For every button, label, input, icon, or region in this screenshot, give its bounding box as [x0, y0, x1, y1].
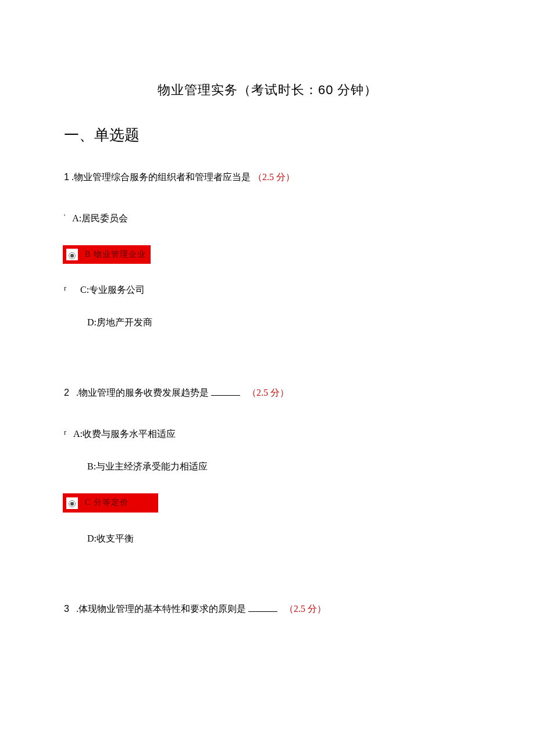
- radio-selected-icon: [66, 497, 78, 509]
- question-stem: 3 .体现物业管理的基本特性和要求的原则是 （2.5 分）: [64, 603, 471, 615]
- option-d-text: D:房地产开发商: [87, 317, 152, 327]
- points-label: （2.5 分）: [253, 172, 295, 182]
- fill-blank: [248, 611, 277, 612]
- option-c-text: C:专业服务公司: [80, 285, 145, 295]
- option-c-text: C 分等定价: [85, 499, 129, 507]
- option-d-text: D:收支平衡: [87, 533, 134, 543]
- option-c-selected[interactable]: C 分等定价: [63, 493, 158, 512]
- option-b[interactable]: B:与业主经济承受能力相适应: [64, 461, 471, 473]
- question-text: .物业管理的服务收费发展趋势是: [76, 388, 211, 397]
- option-a-text: A:收费与服务水平相适应: [73, 429, 176, 439]
- option-d[interactable]: D:房地产开发商: [64, 317, 471, 329]
- question-block: 3 .体现物业管理的基本特性和要求的原则是 （2.5 分）: [64, 603, 471, 615]
- document-body: 物业管理实务（考试时长：60 分钟） 一、单选题 1 .物业管理综合服务的组织者…: [0, 0, 535, 679]
- option-a-text: A:居民委员会: [72, 213, 128, 223]
- question-number: 1: [64, 172, 69, 182]
- option-b-selected[interactable]: B 物业管理企业: [63, 245, 151, 264]
- document-title: 物业管理实务（考试时长：60 分钟）: [64, 81, 471, 99]
- option-prefix-mark: r: [64, 428, 66, 436]
- points-label: （2.5 分）: [247, 388, 289, 397]
- option-a[interactable]: rA:收费与服务水平相适应: [64, 428, 471, 440]
- option-d[interactable]: D:收支平衡: [64, 533, 471, 545]
- question-text: .物业管理综合服务的组织者和管理者应当是: [72, 172, 251, 182]
- question-number: 2: [64, 388, 69, 397]
- option-b-text: B:与业主经济承受能力相适应: [87, 461, 208, 471]
- option-a[interactable]: 'A:居民委员会: [64, 213, 471, 225]
- question-number: 3: [64, 604, 69, 614]
- radio-selected-icon: [66, 249, 78, 260]
- question-block: 1 .物业管理综合服务的组织者和管理者应当是 （2.5 分） 'A:居民委员会 …: [64, 171, 471, 329]
- option-b-text: B 物业管理企业: [85, 250, 146, 259]
- points-label: （2.5 分）: [284, 604, 326, 614]
- question-text: .体现物业管理的基本特性和要求的原则是: [76, 604, 248, 614]
- question-stem: 1 .物业管理综合服务的组织者和管理者应当是 （2.5 分）: [64, 171, 471, 184]
- question-block: 2 .物业管理的服务收费发展趋势是 （2.5 分） rA:收费与服务水平相适应 …: [64, 387, 471, 544]
- title-suffix: 分钟）: [333, 83, 377, 97]
- question-stem: 2 .物业管理的服务收费发展趋势是 （2.5 分）: [64, 387, 471, 399]
- section-heading: 一、单选题: [64, 125, 471, 145]
- title-prefix: 物业管理实务（考试时长：: [158, 83, 318, 97]
- option-prefix-mark: ': [64, 213, 65, 221]
- title-minutes: 60: [318, 83, 333, 97]
- option-c[interactable]: r C:专业服务公司: [64, 284, 471, 296]
- option-prefix-mark: r: [64, 284, 66, 292]
- fill-blank: [211, 395, 240, 396]
